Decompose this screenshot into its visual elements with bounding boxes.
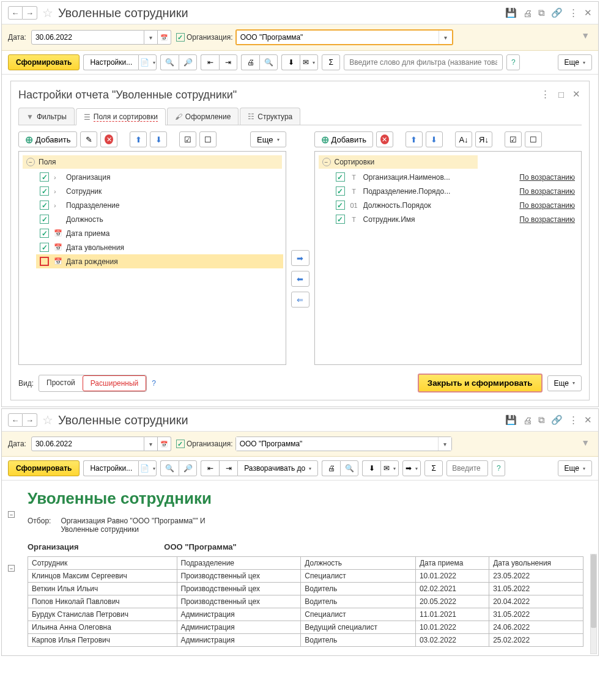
expand-to-button[interactable]: Разворачивать до▾ [237, 460, 318, 476]
print-preview-button[interactable]: 🔍 [340, 460, 358, 476]
org-enabled-checkbox[interactable]: ✓ [176, 33, 185, 42]
sorts-tree-header[interactable]: − Сортировки [319, 155, 478, 169]
scroll-thumb[interactable] [591, 554, 596, 628]
print-icon[interactable]: 🖨 [523, 415, 532, 426]
date-dropdown-button[interactable]: ▾ [144, 437, 158, 451]
sorts-delete-button[interactable]: ✕ [376, 131, 393, 147]
fields-collapse-toggle[interactable]: − [26, 158, 35, 166]
fields-move-down-button[interactable]: ⬇ [150, 131, 167, 147]
close-icon[interactable]: ✕ [584, 414, 592, 426]
table-row[interactable]: Попов Николай ПавловичПроизводственный ц… [28, 595, 583, 608]
favorite-star-icon[interactable]: ☆ [42, 6, 53, 20]
tab-structure[interactable]: ☷Структура [240, 108, 300, 125]
sorts-move-up-button[interactable]: ⬆ [406, 131, 423, 147]
outline-toggle-1[interactable]: − [8, 511, 15, 518]
view-extended-button[interactable]: Расширенный [83, 375, 147, 391]
tab-fields-sort[interactable]: ☰Поля и сортировки [76, 108, 166, 125]
table-row[interactable]: Карпов Илья ПетровичАдминистрацияВодител… [28, 634, 583, 647]
fields-edit-button[interactable]: ✎ [80, 131, 97, 147]
filter-search-input[interactable] [446, 460, 488, 476]
expand-button[interactable]: ⇥ [219, 54, 237, 70]
find-button[interactable]: 🔍 [160, 54, 179, 70]
sorts-uncheck-all-button[interactable]: ☐ [525, 131, 542, 147]
nav-back-button[interactable]: ← [8, 413, 23, 427]
field-item[interactable]: ✓›Подразделение [36, 198, 283, 212]
settings-button[interactable]: Настройки... [83, 460, 138, 476]
field-item[interactable]: 📅Дата рождения [36, 254, 283, 268]
org-dropdown-button[interactable]: ▾ [438, 437, 451, 451]
field-checkbox[interactable]: ✓ [40, 229, 49, 238]
field-item[interactable]: ✓📅Дата увольнения [36, 240, 283, 254]
date-calendar-button[interactable]: 📅 [158, 437, 171, 451]
fields-uncheck-all-button[interactable]: ☐ [199, 131, 217, 147]
fields-more-button[interactable]: Еще▾ [250, 131, 286, 147]
sorts-collapse-toggle[interactable]: − [322, 158, 331, 166]
help-button[interactable]: ? [492, 460, 505, 476]
fields-check-all-button[interactable]: ☑ [179, 131, 196, 147]
vertical-scrollbar[interactable] [590, 554, 597, 654]
form-report-button[interactable]: Сформировать [8, 460, 80, 476]
date-calendar-button[interactable]: 📅 [158, 30, 171, 45]
settings-variants-button[interactable]: 📄▾ [138, 54, 157, 70]
date-dropdown-button[interactable]: ▾ [144, 30, 158, 45]
filter-search-input[interactable] [344, 54, 503, 70]
tab-format[interactable]: 🖌Оформление [167, 108, 239, 125]
table-row[interactable]: Ильина Анна ОлеговнаАдминистрацияВедущий… [28, 621, 583, 634]
date-input[interactable] [31, 437, 144, 451]
close-and-form-button[interactable]: Закрыть и сформировать [418, 374, 543, 392]
filter-icon[interactable]: ▼ [581, 31, 590, 40]
kebab-menu-icon[interactable]: ⋮ [569, 7, 578, 18]
org-input[interactable] [236, 437, 438, 451]
sort-desc-button[interactable]: Я↓ [475, 131, 492, 147]
find-prev-button[interactable]: 🔎 [179, 460, 197, 476]
sort-checkbox[interactable]: ✓ [336, 186, 345, 196]
table-row[interactable]: Бурдук Станислав ПетровичАдминистрацияСп… [28, 608, 583, 621]
favorite-star-icon[interactable]: ☆ [42, 413, 53, 427]
nav-back-button[interactable]: ← [8, 6, 23, 20]
save-icon[interactable]: 💾 [505, 7, 517, 18]
form-report-button[interactable]: Сформировать [8, 54, 80, 70]
print-button[interactable]: 🖨 [322, 460, 340, 476]
field-item[interactable]: ✓Должность [36, 212, 283, 226]
org-enabled-checkbox[interactable]: ✓ [176, 440, 185, 448]
field-checkbox[interactable]: ✓ [40, 215, 49, 224]
sort-item[interactable]: ✓TОрганизация.Наименов...По возрастанию [332, 170, 579, 184]
more-button[interactable]: Еще▾ [558, 460, 592, 476]
nav-forward-button[interactable]: → [23, 6, 37, 20]
settings-close-icon[interactable]: ✕ [572, 89, 580, 100]
close-icon[interactable]: ✕ [584, 7, 592, 18]
sort-item[interactable]: ✓TСотрудник.ИмяПо возрастанию [332, 212, 579, 226]
sort-direction-link[interactable]: По возрастанию [519, 215, 575, 224]
field-item[interactable]: ✓›Сотрудник [36, 184, 283, 198]
settings-footer-more-button[interactable]: Еще▾ [547, 375, 582, 391]
print-preview-button[interactable]: 🔍 [259, 54, 278, 70]
collapse-button[interactable]: ⇤ [201, 54, 219, 70]
send-email-button[interactable]: ✉▾ [300, 54, 318, 70]
find-button[interactable]: 🔍 [160, 460, 179, 476]
sum-button[interactable]: Σ [424, 460, 443, 476]
help-button[interactable]: ? [506, 54, 520, 70]
print-icon[interactable]: 🖨 [523, 8, 532, 18]
move-left-button[interactable]: ⬅ [291, 271, 309, 287]
field-checkbox[interactable]: ✓ [40, 172, 49, 182]
org-input[interactable] [237, 31, 439, 44]
outline-toggle-2[interactable]: − [8, 565, 15, 572]
fields-move-up-button[interactable]: ⬆ [130, 131, 147, 147]
drill-button[interactable]: ➡▾ [402, 460, 421, 476]
filter-icon[interactable]: ▼ [581, 438, 590, 448]
fields-tree[interactable]: − Поля ✓›Организация✓›Сотрудник✓›Подразд… [18, 151, 286, 365]
collapse-button[interactable]: ⇤ [201, 460, 219, 476]
kebab-menu-icon[interactable]: ⋮ [569, 414, 578, 426]
sort-direction-link[interactable]: По возрастанию [519, 173, 575, 182]
sort-item[interactable]: ✓TПодразделение.Порядо...По возрастанию [332, 184, 579, 198]
settings-button[interactable]: Настройки... [83, 54, 138, 70]
field-item[interactable]: ✓›Организация [36, 170, 283, 184]
field-checkbox[interactable] [40, 257, 49, 266]
sort-direction-link[interactable]: По возрастанию [519, 201, 575, 210]
view-simple-button[interactable]: Простой [39, 375, 83, 391]
date-input[interactable] [31, 30, 144, 45]
nav-forward-button[interactable]: → [23, 413, 37, 427]
table-row[interactable]: Клинцов Максим СергеевичПроизводственный… [28, 570, 583, 583]
sort-asc-button[interactable]: A↓ [455, 131, 472, 147]
sorts-move-down-button[interactable]: ⬇ [426, 131, 443, 147]
